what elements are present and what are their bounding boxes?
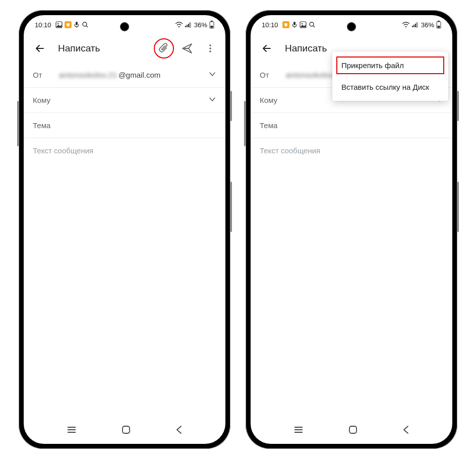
battery-icon [436,21,441,29]
hw-button-right-2 [230,182,232,232]
nav-recent-button[interactable] [67,426,77,436]
mic-icon [74,21,80,28]
svg-rect-34 [416,23,418,27]
wifi-icon [175,22,183,28]
svg-point-1 [57,23,58,24]
hw-button-left [244,101,246,146]
svg-point-18 [209,50,211,52]
attach-button[interactable] [154,38,174,59]
nav-bar [24,421,225,444]
status-right: 36% [175,21,214,29]
front-camera [120,22,129,31]
svg-line-29 [313,26,315,27]
phone-right: 10:10 36% Написать Прикрепить файл Встав [246,10,457,449]
nav-recent-button[interactable] [293,426,304,436]
wifi-icon [402,22,410,28]
arrow-left-icon [261,43,272,54]
battery-icon [209,21,214,29]
battery-pct: 36% [194,21,207,29]
app-bar: Написать [24,34,225,63]
status-right: 36% [402,21,441,29]
send-button[interactable] [177,38,197,59]
subject-row[interactable]: Тема [24,113,225,138]
svg-point-30 [405,26,407,28]
nav-bar [251,421,452,444]
hw-button-left [17,101,19,146]
paperclip-icon [158,43,169,54]
nav-home-button[interactable] [348,425,358,436]
screen: 10:10 36% Написать Прикрепить файл Встав [251,15,452,444]
subject-label: Тема [260,121,281,130]
svg-rect-32 [413,25,414,27]
nav-home-button[interactable] [122,425,131,436]
hw-button-right-2 [457,182,459,232]
from-label: От [33,71,54,79]
more-button[interactable] [200,38,220,59]
hw-button-right-1 [230,91,232,121]
search-icon [82,21,89,28]
svg-rect-41 [349,426,356,433]
phone-left: 10:10 36% Написать [19,10,230,449]
svg-rect-9 [187,25,188,27]
page-title: Написать [58,43,151,54]
screen: 10:10 36% Написать [24,15,225,444]
status-left: 10:10 [262,21,316,29]
svg-line-6 [86,26,88,27]
back-button[interactable] [257,38,277,59]
menu-drive-link[interactable]: Вставить ссылку на Диск [332,76,448,98]
app-icon [282,21,289,28]
svg-rect-14 [211,26,213,28]
subject-row[interactable]: Тема [251,113,452,138]
from-suffix: @gmail.com [118,71,161,79]
status-left: 10:10 [35,21,89,29]
body-input[interactable]: Текст сообщения [24,138,225,421]
to-label: Кому [260,96,281,104]
front-camera [347,22,356,31]
svg-point-28 [310,22,314,26]
svg-point-16 [209,44,211,46]
mic-icon [291,21,298,28]
from-blur: antonsokolov.21 [59,71,117,79]
nav-back-button[interactable] [402,425,409,436]
attach-popup: Прикрепить файл Вставить ссылку на Диск [332,51,448,101]
svg-rect-22 [123,426,130,433]
more-vert-icon [205,43,215,53]
nav-back-button[interactable] [175,425,183,436]
svg-rect-10 [188,24,189,27]
back-button[interactable] [30,38,50,59]
to-row[interactable]: Кому [24,88,225,113]
svg-rect-8 [185,26,186,27]
signal-icon [412,22,419,28]
svg-rect-33 [415,24,416,27]
svg-rect-11 [190,23,191,27]
svg-point-7 [178,26,180,28]
signal-icon [185,22,192,28]
status-time: 10:10 [262,21,278,29]
to-label: Кому [33,96,54,104]
svg-rect-24 [293,22,295,25]
battery-pct: 36% [421,21,434,29]
from-value: antonsokolov.21@gmail.com [59,71,203,79]
gallery-icon [55,21,63,28]
svg-rect-3 [76,22,78,25]
subject-label: Тема [33,121,54,130]
chevron-down-icon [208,95,216,105]
from-label: От [260,71,281,79]
arrow-left-icon [34,43,45,54]
app-icon [65,21,72,28]
gallery-icon [300,21,307,28]
svg-point-5 [83,22,87,26]
chevron-down-icon [208,70,216,80]
svg-rect-37 [438,26,440,28]
body-input[interactable]: Текст сообщения [251,138,452,421]
search-icon [309,21,316,28]
hw-button-right-1 [457,91,459,121]
status-time: 10:10 [35,21,51,29]
from-row[interactable]: От antonsokolov.21@gmail.com [24,63,225,88]
send-icon [182,43,193,54]
svg-point-17 [209,47,211,49]
svg-rect-31 [412,26,413,27]
menu-attach-file[interactable]: Прикрепить файл [335,55,445,75]
svg-point-27 [301,23,302,24]
